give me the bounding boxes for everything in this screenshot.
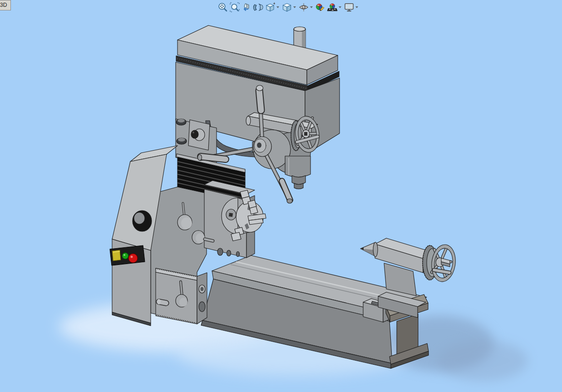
apply-scene-dropdown-arrow[interactable]	[339, 6, 341, 8]
edit-appearance-button[interactable]	[315, 1, 326, 13]
view-settings-button[interactable]	[343, 1, 355, 13]
section-view-button[interactable]	[252, 1, 264, 13]
cad-viewport-window: 3D	[0, 0, 562, 392]
edit-appearance-icon	[315, 2, 326, 13]
hide-show-items-button[interactable]	[298, 1, 310, 13]
zoom-to-area-icon	[229, 2, 240, 13]
previous-view-icon	[241, 2, 252, 13]
display-style-button[interactable]	[281, 1, 293, 13]
zoom-to-area-button[interactable]	[229, 1, 241, 13]
heads-up-view-toolbar	[217, 1, 360, 13]
view-orientation-dropdown-arrow[interactable]	[276, 6, 279, 8]
view-orientation-button[interactable]	[264, 1, 276, 13]
tailstock-handwheel[interactable]	[423, 243, 458, 283]
apply-scene-button[interactable]	[326, 1, 338, 13]
hide-show-items-icon	[298, 2, 309, 13]
power-button-green[interactable]	[122, 253, 128, 259]
drill-chuck-quill[interactable]	[285, 156, 311, 189]
power-panel[interactable]	[110, 245, 145, 265]
display-style-dropdown-arrow[interactable]	[293, 6, 296, 8]
power-button-yellow[interactable]	[112, 250, 121, 261]
hide-show-items-dropdown-arrow[interactable]	[310, 6, 313, 8]
view-settings-icon	[344, 2, 355, 13]
section-view-icon	[253, 2, 264, 13]
view-orientation-icon	[265, 2, 276, 13]
zoom-to-fit-button[interactable]	[217, 1, 229, 13]
viewport-canvas[interactable]	[0, 0, 562, 392]
power-button-red[interactable]	[128, 254, 138, 263]
apply-scene-icon	[327, 2, 338, 13]
view-settings-dropdown-arrow[interactable]	[355, 6, 358, 8]
view-tab-3d[interactable]: 3D	[0, 0, 11, 10]
apron[interactable]	[156, 268, 207, 324]
zoom-to-fit-icon	[217, 2, 228, 13]
display-style-icon	[281, 2, 292, 13]
previous-view-button[interactable]	[241, 1, 252, 13]
